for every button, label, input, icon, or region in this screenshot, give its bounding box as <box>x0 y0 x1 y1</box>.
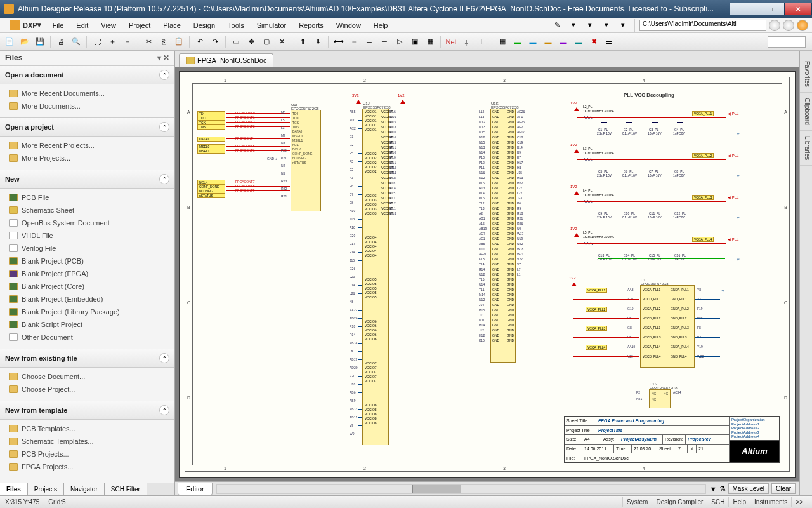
section-header[interactable]: Open a document⌃ <box>0 65 174 84</box>
place-power-icon[interactable]: ⏚ <box>459 35 473 49</box>
status-button-system[interactable]: System <box>622 497 652 507</box>
place-vcc-icon[interactable]: ⊤ <box>475 35 488 49</box>
dropdown3-icon[interactable]: ▾ <box>599 18 613 32</box>
section-header[interactable]: New from existing file⌃ <box>0 349 174 368</box>
redo-icon[interactable]: ↷ <box>208 35 222 49</box>
home-button[interactable] <box>797 20 808 31</box>
status-button-help[interactable]: Help <box>728 497 750 507</box>
dxp-menu[interactable]: DXP ▾ <box>5 20 46 30</box>
dropdown4-icon[interactable]: ▾ <box>616 18 630 32</box>
filter-icon[interactable]: ▼ <box>710 485 717 493</box>
schematic-canvas[interactable]: 11223344AABBCCDD U1IEP2C35F672C8 TDITDOT… <box>179 71 796 478</box>
component-u1i[interactable]: U1IEP2C35F672C8 TDITDOTCKTMSDATA0MSEL0MS… <box>291 110 321 211</box>
mask-level-button[interactable]: Mask Level <box>728 483 769 494</box>
sidebar-item[interactable]: More Documents... <box>0 100 174 112</box>
layer2-icon[interactable]: ▬ <box>526 35 540 49</box>
cut-icon[interactable]: ✂ <box>141 35 155 49</box>
sidebar-item[interactable]: PCB Projects... <box>0 448 174 460</box>
sidebar-item[interactable]: Blank Project (PCB) <box>0 255 174 267</box>
layer1-icon[interactable]: ▬ <box>511 35 525 49</box>
print-icon[interactable]: 🖨 <box>54 35 68 49</box>
sidebar-item[interactable]: VHDL File <box>0 229 174 242</box>
menu-simulator[interactable]: Simulator <box>251 22 292 29</box>
cross-probe-icon[interactable]: ⟷ <box>332 35 346 49</box>
cross-icon[interactable]: ✕ <box>275 35 289 49</box>
part-icon[interactable]: ▣ <box>408 35 422 49</box>
panel-tab-navigator[interactable]: Navigator <box>64 483 105 495</box>
sidebar-item[interactable]: Schematic Templates... <box>0 435 174 448</box>
open-icon[interactable]: 📂 <box>18 35 32 49</box>
menu-tools[interactable]: Tools <box>221 22 251 29</box>
port-icon[interactable]: ▷ <box>393 35 407 49</box>
collapse-icon[interactable]: ⌃ <box>159 174 169 184</box>
editor-tab[interactable]: Editor <box>178 483 213 495</box>
collapse-icon[interactable]: ⌃ <box>159 70 169 80</box>
dropdown-icon[interactable]: ▾ <box>566 18 580 32</box>
toolbar-input[interactable] <box>768 36 806 48</box>
panel-close-icon[interactable]: ▾ ✕ <box>157 53 169 62</box>
sidebar-item[interactable]: FPGA Projects... <box>0 460 174 473</box>
pencil-icon[interactable]: ✎ <box>550 18 564 32</box>
copy-icon[interactable]: ⎘ <box>157 35 171 49</box>
sidebar-item[interactable]: Other Document <box>0 331 174 344</box>
menu-help[interactable]: Help <box>367 22 395 29</box>
menu-file[interactable]: File <box>46 22 70 29</box>
deselect-icon[interactable]: ▢ <box>259 35 273 49</box>
sidebar-item[interactable]: Blank Project (Library Package) <box>0 305 174 318</box>
zoom-fit-icon[interactable]: ⛶ <box>90 35 104 49</box>
menu-place[interactable]: Place <box>157 22 187 29</box>
sidebar-item[interactable]: Choose Document... <box>0 370 174 383</box>
layer5-icon[interactable]: ▬ <box>572 35 586 49</box>
select-icon[interactable]: ▭ <box>229 35 243 49</box>
minimize-button[interactable]: — <box>730 3 757 15</box>
collapse-icon[interactable]: ⌃ <box>159 122 169 132</box>
status-button-[interactable]: >> <box>791 497 807 507</box>
right-panel-clipboard[interactable]: Clipboard <box>800 93 812 131</box>
sidebar-item[interactable]: Blank Project (Embedded) <box>0 293 174 305</box>
nav-back-button[interactable] <box>769 20 780 31</box>
sidebar-item[interactable]: Blank Script Project <box>0 318 174 331</box>
new-icon[interactable]: 📄 <box>3 35 16 49</box>
sidebar-item[interactable]: Choose Project... <box>0 383 174 396</box>
panel-tab-sch-filter[interactable]: SCH Filter <box>105 483 147 495</box>
sidebar-item[interactable]: Schematic Sheet <box>0 204 174 217</box>
layer4-icon[interactable]: ▬ <box>556 35 570 49</box>
place-net-icon[interactable]: Net <box>444 35 458 49</box>
preview-icon[interactable]: 🔍 <box>69 35 83 49</box>
panel-tab-projects[interactable]: Projects <box>28 483 64 495</box>
menu-edit[interactable]: Edit <box>70 22 95 29</box>
remove-icon[interactable]: ✖ <box>587 35 601 49</box>
hier-down-icon[interactable]: ⬇ <box>311 35 325 49</box>
sidebar-item[interactable]: Blank Project (Core) <box>0 280 174 293</box>
status-button-sch[interactable]: SCH <box>707 497 728 507</box>
zoom-in-icon[interactable]: ＋ <box>105 35 119 49</box>
collapse-icon[interactable]: ⌃ <box>159 405 169 415</box>
section-header[interactable]: Open a project⌃ <box>0 117 174 137</box>
clear-button[interactable]: Clear <box>771 483 796 494</box>
component-u1n[interactable]: U1NEP2C35F672C8 NC NC NC <box>649 389 671 408</box>
paste-icon[interactable]: 📋 <box>172 35 186 49</box>
menu-window[interactable]: Window <box>330 22 367 29</box>
collapse-icon[interactable]: ⌃ <box>159 353 169 363</box>
move-icon[interactable]: ✥ <box>244 35 258 49</box>
sidebar-item[interactable]: PCB Templates... <box>0 422 174 435</box>
path-display[interactable]: C:\Users\Vladimir\Documents\Alti <box>639 20 766 31</box>
nav-fwd-button[interactable] <box>783 20 794 31</box>
close-button[interactable]: ✕ <box>784 3 812 15</box>
layer3-icon[interactable]: ▬ <box>541 35 555 49</box>
undo-icon[interactable]: ↶ <box>193 35 207 49</box>
zoom-out-icon[interactable]: － <box>121 35 134 49</box>
funnel-icon[interactable]: ⚗ <box>719 485 726 493</box>
horizontal-scrollbar[interactable] <box>216 484 706 494</box>
dropdown2-icon[interactable]: ▾ <box>583 18 597 32</box>
sidebar-item[interactable]: Blank Project (FPGA) <box>0 267 174 280</box>
net-icon[interactable]: ⎓ <box>347 35 361 49</box>
panel-tab-files[interactable]: Files <box>0 483 28 495</box>
bus-icon[interactable]: ═ <box>377 35 391 49</box>
status-button-instruments[interactable]: Instruments <box>750 497 791 507</box>
sidebar-item[interactable]: More Projects... <box>0 152 174 164</box>
menu-view[interactable]: View <box>95 22 122 29</box>
document-tab[interactable]: FPGA_NonIO.SchDoc <box>179 53 273 67</box>
right-panel-libraries[interactable]: Libraries <box>800 131 812 166</box>
menu-project[interactable]: Project <box>122 22 157 29</box>
